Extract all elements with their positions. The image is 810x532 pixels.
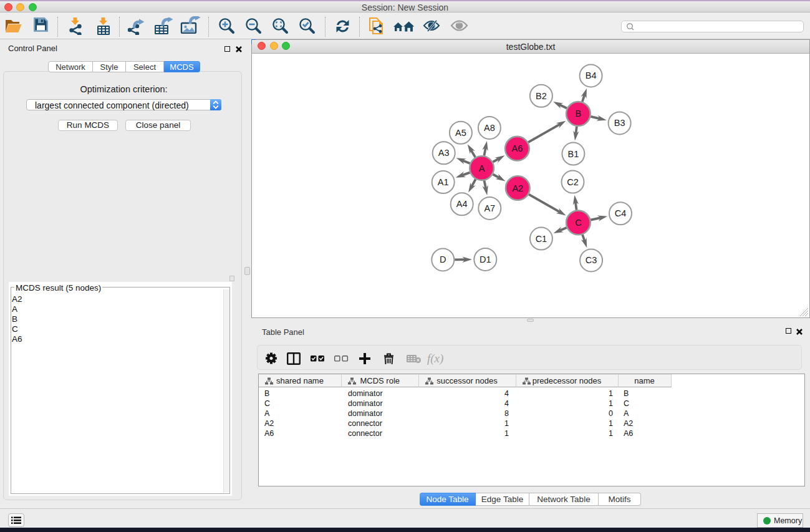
svg-text:B1: B1 [568,149,579,159]
svg-text:B: B [576,109,582,118]
svg-text:C4: C4 [615,208,627,218]
svg-text:C1: C1 [536,234,547,244]
svg-text:C: C [575,218,581,228]
svg-text:B2: B2 [536,91,547,101]
svg-text:A7: A7 [484,203,495,213]
svg-text:A2: A2 [512,183,523,193]
svg-text:A8: A8 [484,123,495,133]
svg-text:B4: B4 [586,70,597,80]
svg-text:A4: A4 [456,199,468,209]
svg-text:D1: D1 [480,254,491,264]
svg-text:B3: B3 [614,118,625,128]
svg-text:A5: A5 [455,128,466,138]
svg-text:C3: C3 [586,255,597,265]
svg-text:A3: A3 [438,148,450,158]
svg-text:C2: C2 [567,177,579,187]
svg-text:A: A [479,163,485,173]
svg-text:D: D [440,254,446,264]
svg-text:A1: A1 [438,177,449,187]
svg-text:A6: A6 [512,143,523,153]
